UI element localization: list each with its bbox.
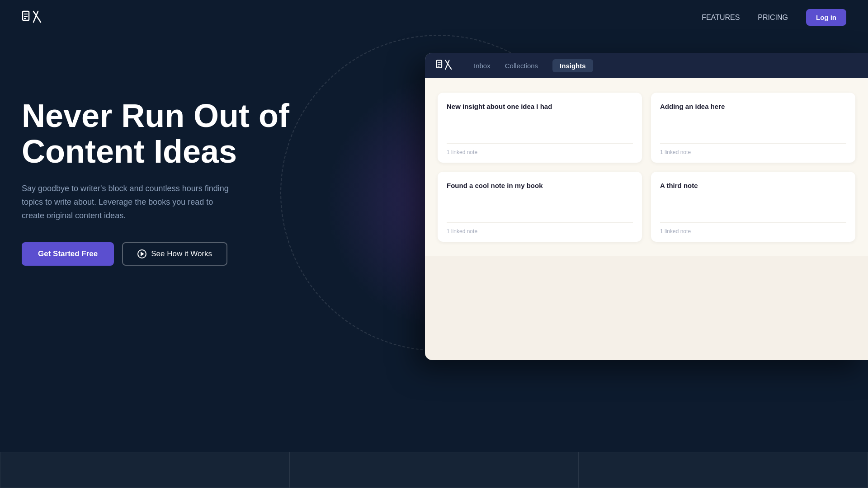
bottom-segment-3 bbox=[579, 452, 868, 488]
hero-content: Never Run Out of Content Ideas Say goodb… bbox=[22, 62, 338, 266]
note-card-1-footer: 1 linked note bbox=[447, 143, 633, 155]
login-button[interactable]: Log in bbox=[806, 9, 846, 26]
bottom-segment-1 bbox=[0, 452, 289, 488]
logo[interactable] bbox=[22, 9, 42, 26]
note-card-2[interactable]: Adding an idea here 1 linked note bbox=[651, 93, 855, 163]
nav-features[interactable]: FEATURES bbox=[702, 14, 740, 22]
app-logo bbox=[436, 59, 452, 72]
nav-links: FEATURES PRICING Log in bbox=[702, 9, 846, 26]
hero-title: Never Run Out of Content Ideas bbox=[22, 98, 338, 169]
note-card-2-title: Adding an idea here bbox=[660, 102, 846, 111]
app-tab-insights[interactable]: Insights bbox=[552, 59, 593, 72]
note-card-4[interactable]: A third note 1 linked note bbox=[651, 172, 855, 242]
bottom-segment-2 bbox=[289, 452, 579, 488]
note-card-4-title: A third note bbox=[660, 181, 846, 190]
see-how-button[interactable]: See How it Works bbox=[122, 242, 227, 266]
note-card-2-footer: 1 linked note bbox=[660, 143, 846, 155]
note-card-3-title: Found a cool note in my book bbox=[447, 181, 633, 190]
note-card-3[interactable]: Found a cool note in my book 1 linked no… bbox=[438, 172, 642, 242]
bottom-bar bbox=[0, 452, 868, 488]
app-topbar: Inbox Collections Insights bbox=[425, 53, 868, 78]
hero-actions: Get Started Free See How it Works bbox=[22, 242, 338, 266]
note-card-1-title: New insight about one idea I had bbox=[447, 102, 633, 111]
app-notes-grid: New insight about one idea I had 1 linke… bbox=[425, 78, 868, 256]
navbar: FEATURES PRICING Log in bbox=[0, 0, 868, 35]
note-card-4-footer: 1 linked note bbox=[660, 222, 846, 235]
nav-pricing[interactable]: PRICING bbox=[758, 14, 788, 22]
get-started-button[interactable]: Get Started Free bbox=[22, 242, 114, 266]
note-card-3-footer: 1 linked note bbox=[447, 222, 633, 235]
app-tab-collections[interactable]: Collections bbox=[505, 60, 538, 71]
hero-subtitle: Say goodbye to writer's block and countl… bbox=[22, 182, 230, 222]
app-mockup: Inbox Collections Insights New insight a… bbox=[425, 53, 868, 360]
hero-section: Never Run Out of Content Ideas Say goodb… bbox=[0, 35, 868, 374]
play-icon bbox=[137, 249, 146, 258]
note-card-1[interactable]: New insight about one idea I had 1 linke… bbox=[438, 93, 642, 163]
app-tab-inbox[interactable]: Inbox bbox=[474, 60, 491, 71]
